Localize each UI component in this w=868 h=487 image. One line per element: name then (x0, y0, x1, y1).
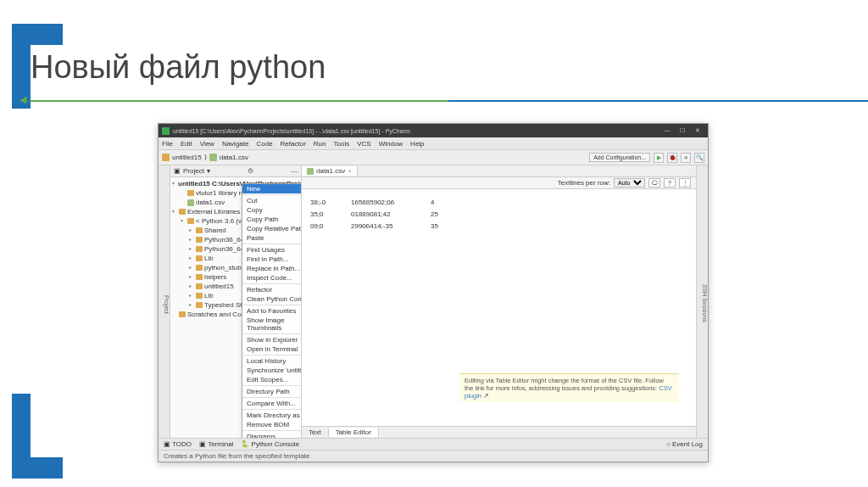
slide-title: Новый файл python (31, 49, 326, 86)
stop-icon[interactable]: ■ (681, 153, 691, 163)
ctx-diagrams[interactable]: Diagrams▸ (242, 432, 302, 438)
ide-window: untitled15 [C:\Users\Alex\PycharmProject… (158, 123, 709, 462)
editor-tabs: data1.csv × (302, 165, 696, 177)
menu-edit[interactable]: Edit (181, 140, 192, 148)
menu-run[interactable]: Run (314, 140, 326, 148)
table-row: 09;029906414;-3535 (310, 222, 687, 230)
breadcrumb-file: data1.csv (220, 154, 248, 161)
editor-bottom-tabs: Text Table Editor (302, 426, 696, 438)
close-tab-icon[interactable]: × (348, 167, 352, 175)
ctx-show-in-explorer[interactable]: Show in Explorer (242, 335, 302, 344)
panel-icon: ▣ (174, 167, 181, 175)
editor-subbar: Textlines per row: Auto 🖵 ? ⋮ (302, 177, 696, 189)
menu-file[interactable]: File (162, 140, 173, 148)
textlines-select[interactable]: Auto (614, 178, 645, 188)
ctx-remove-bom[interactable]: Remove BOM (242, 420, 302, 429)
python-console-button[interactable]: 🐍 Python Console (241, 440, 299, 448)
monitor-icon[interactable]: 🖵 (648, 178, 660, 188)
help-icon[interactable]: ? (664, 178, 676, 188)
titlebar: untitled15 [C:\Users\Alex\PycharmProject… (159, 124, 708, 137)
minimize-icon[interactable]: — (660, 127, 674, 134)
bottom-toolbar: ▣ TODO ▣ Terminal 🐍 Python Console ○ Eve… (159, 438, 708, 450)
app-icon (162, 127, 170, 135)
ctx-show-image-thumbnails[interactable]: Show Image ThumbnailsCtrl+Shift+T (242, 316, 302, 333)
add-configuration-button[interactable]: Add Configuration... (589, 153, 650, 162)
csv-icon (307, 168, 314, 175)
left-sidebar[interactable]: Project (159, 165, 170, 438)
gear-icon[interactable]: ⚙ (248, 167, 253, 175)
breadcrumb[interactable]: untitled15 ⟩ data1.csv (162, 154, 248, 161)
editor-tab-label: data1.csv (316, 167, 345, 175)
editor-tab-data1[interactable]: data1.csv × (302, 166, 358, 176)
ctx-find-usages[interactable]: Find UsagesAlt+F7 (242, 245, 302, 255)
menu-tools[interactable]: Tools (334, 140, 350, 148)
ctx-synchronize-untitled-[interactable]: Synchronize 'untitled15' (242, 366, 302, 375)
run-icon[interactable]: ▶ (654, 153, 664, 163)
ctx-new[interactable]: New▸ (242, 184, 302, 193)
window-title: untitled15 [C:\Users\Alex\PycharmProject… (173, 128, 410, 134)
todo-button[interactable]: ▣ TODO (164, 440, 192, 448)
ctx-copy-path[interactable]: Copy PathCtrl+Shift+C (242, 215, 302, 224)
context-menu[interactable]: New▸CutCtrl+XCopyCtrl+CCopy PathCtrl+Shi… (242, 183, 302, 438)
ctx-compare-with-[interactable]: Compare With...Ctrl+D (242, 399, 302, 408)
maximize-icon[interactable]: ☐ (676, 127, 689, 134)
menubar: FileEditViewNavigateCodeRefactorRunTools… (159, 137, 708, 150)
close-icon[interactable]: ✕ (691, 127, 704, 134)
debug-icon[interactable]: 🐞 (667, 153, 677, 163)
ctx-copy[interactable]: CopyCtrl+C (242, 205, 302, 215)
status-text: Creates a Python file from the specified… (164, 452, 310, 460)
ctx-refactor[interactable]: Refactor▸ (242, 285, 302, 294)
ctx-inspect-code-[interactable]: Inspect Code... (242, 273, 302, 283)
ctx-mark-directory-as[interactable]: Mark Directory as▸ (242, 411, 302, 420)
menu-code[interactable]: Code (256, 140, 272, 148)
ctx-paste[interactable]: PasteCtrl+V (242, 233, 302, 243)
ctx-cut[interactable]: CutCtrl+X (242, 196, 302, 205)
menu-help[interactable]: Help (410, 140, 424, 148)
hint-text: Editing via Table Editor might change th… (465, 377, 664, 392)
project-panel-title: Project (183, 167, 204, 175)
hint-bar: Editing via Table Editor might change th… (459, 373, 679, 402)
ctx-edit-scopes-[interactable]: Edit Scopes... (242, 375, 302, 384)
menu-refactor[interactable]: Refactor (281, 140, 306, 148)
search-icon[interactable]: 🔍 (694, 153, 704, 163)
tab-text[interactable]: Text (302, 428, 329, 437)
ctx-local-history[interactable]: Local History▸ (242, 356, 302, 366)
folder-icon (162, 154, 170, 161)
options-icon[interactable]: ⋮ (679, 178, 691, 188)
status-bar: Creates a Python file from the specified… (159, 450, 708, 462)
data-table: 38;-0165885902;06435;001889081;422509;02… (302, 189, 696, 239)
breadcrumb-folder: untitled15 (172, 154, 202, 161)
right-sidebar[interactable]: SSH Sessions R Graphics Database (696, 165, 708, 438)
textlines-label: Textlines per row: (558, 179, 610, 187)
menu-view[interactable]: View (200, 140, 214, 148)
ctx-copy-relative-path[interactable]: Copy Relative Path (242, 224, 302, 233)
ctx-directory-path[interactable]: Directory PathCtrl+Alt+F12 (242, 387, 302, 396)
file-icon (209, 154, 217, 161)
event-log-button[interactable]: ○ Event Log (666, 440, 703, 448)
collapse-icon[interactable]: — (291, 167, 298, 175)
ctx-find-in-path-[interactable]: Find in Path...Ctrl+Shift+F (242, 255, 302, 264)
slide-divider (30, 100, 868, 102)
tab-table-editor[interactable]: Table Editor (329, 428, 379, 437)
ctx-clean-python-compiled-files[interactable]: Clean Python Compiled Files (242, 294, 302, 304)
terminal-button[interactable]: ▣ Terminal (199, 440, 233, 448)
menu-vcs[interactable]: VCS (357, 140, 370, 148)
table-row: 35;001889081;4225 (310, 210, 687, 218)
menu-window[interactable]: Window (379, 140, 403, 148)
ctx-add-to-favorites[interactable]: Add to Favorites▸ (242, 306, 302, 316)
ctx-open-in-terminal[interactable]: Open in Terminal (242, 344, 302, 354)
menu-navigate[interactable]: Navigate (222, 140, 249, 148)
table-row: 38;-0165885902;064 (310, 199, 687, 206)
ctx-replace-in-path-[interactable]: Replace in Path...Ctrl+Shift+R (242, 264, 302, 273)
editor-area: data1.csv × Textlines per row: Auto 🖵 ? … (302, 165, 696, 438)
project-panel-header: ▣ Project ▾ ⚙ — (170, 165, 301, 177)
project-panel: ▣ Project ▾ ⚙ — ▾untitled15 C:\Users\Ale… (170, 165, 302, 438)
toolbar: untitled15 ⟩ data1.csv Add Configuration… (159, 150, 708, 165)
